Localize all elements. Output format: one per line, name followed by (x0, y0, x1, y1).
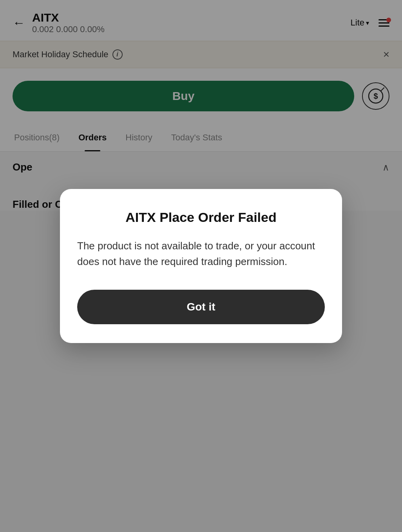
got-it-button[interactable]: Got it (77, 290, 325, 324)
modal-body: The product is not available to trade, o… (77, 238, 325, 270)
modal-overlay: AITX Place Order Failed The product is n… (0, 0, 402, 532)
order-failed-modal: AITX Place Order Failed The product is n… (60, 189, 342, 343)
modal-title: AITX Place Order Failed (77, 209, 325, 225)
